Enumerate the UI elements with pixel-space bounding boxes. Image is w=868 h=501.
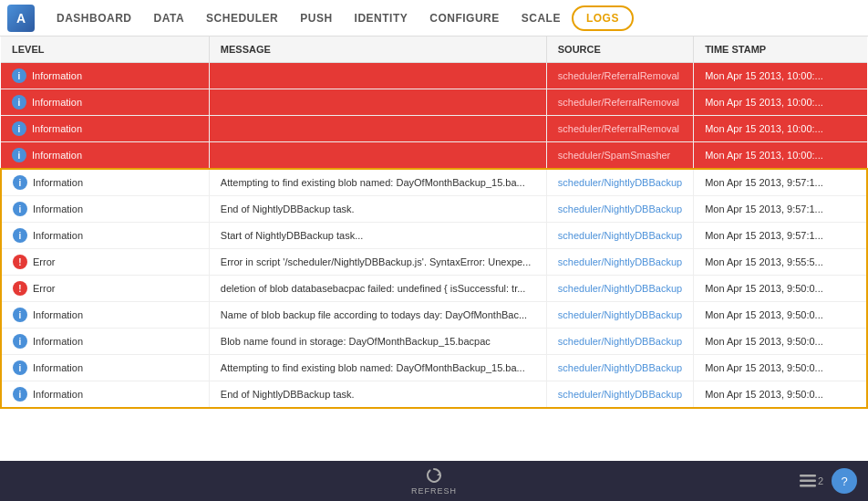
timestamp-cell: Mon Apr 15 2013, 9:55:5... [694,249,867,276]
app-logo[interactable]: A [7,5,35,32]
timestamp-cell: Mon Apr 15 2013, 9:50:0... [694,302,867,329]
header-level: LEVEL [1,37,209,63]
info-icon: i [12,68,26,83]
source-cell: scheduler/NightlyDBBackup [546,329,693,355]
timestamp-cell: Mon Apr 15 2013, 10:00:... [694,89,867,116]
level-cell: iInformation [1,142,209,170]
source-cell: scheduler/NightlyDBBackup [546,249,693,276]
message-cell: Name of blob backup file according to to… [209,302,546,329]
info-icon: i [12,148,26,162]
log-content: LEVEL MESSAGE SOURCE TIME STAMP iInforma… [0,37,868,461]
message-cell [209,116,546,142]
error-icon: ! [13,281,27,296]
nav-dashboard[interactable]: DASHBOARD [46,0,143,37]
top-navigation: A DASHBOARD DATA SCHEDULER PUSH IDENTITY… [0,0,868,37]
source-link[interactable]: scheduler/ReferralRemoval [558,123,679,134]
table-header-row: LEVEL MESSAGE SOURCE TIME STAMP [1,37,867,63]
list-icon [800,475,816,487]
nav-scheduler[interactable]: SCHEDULER [195,0,289,37]
nav-logs[interactable]: LOGS [572,5,634,31]
source-link[interactable]: scheduler/NightlyDBBackup [558,309,682,320]
source-link[interactable]: scheduler/NightlyDBBackup [558,336,682,347]
source-link[interactable]: scheduler/SpamSmasher [558,150,671,161]
info-icon: i [12,121,26,136]
table-row[interactable]: iInformationscheduler/ReferralRemovalMon… [1,116,867,142]
level-text: Information [33,362,83,373]
source-link[interactable]: scheduler/NightlyDBBackup [558,362,682,373]
source-cell: scheduler/ReferralRemoval [546,116,693,142]
table-row-group-end[interactable]: iInformationEnd of NightlyDBBackup task.… [1,381,867,409]
source-link[interactable]: scheduler/NightlyDBBackup [558,177,682,188]
table-row[interactable]: iInformationStart of NightlyDBBackup tas… [1,223,867,249]
info-icon: i [12,95,26,110]
source-link[interactable]: scheduler/ReferralRemoval [558,97,679,108]
level-text: Error [33,256,55,267]
message-cell: Attempting to find existing blob named: … [209,169,546,196]
level-cell: iInformation [1,355,209,381]
svg-rect-1 [800,475,816,477]
level-text: Information [33,177,83,188]
message-cell: Blob name found in storage: DayOfMonthBa… [209,329,546,355]
level-cell: iInformation [1,89,209,116]
message-cell [209,63,546,89]
level-text: Error [33,283,55,294]
info-icon: i [13,175,27,190]
source-link[interactable]: scheduler/ReferralRemoval [558,70,679,81]
level-cell: iInformation [1,223,209,249]
source-cell: scheduler/NightlyDBBackup [546,223,693,249]
source-link[interactable]: scheduler/NightlyDBBackup [558,283,682,294]
source-cell: scheduler/NightlyDBBackup [546,302,693,329]
nav-identity[interactable]: IDENTITY [344,0,419,37]
level-text: Information [33,389,83,400]
message-cell: End of NightlyDBBackup task. [209,196,546,223]
nav-configure[interactable]: CONFIGURE [418,0,511,37]
message-cell: End of NightlyDBBackup task. [209,381,546,409]
table-row[interactable]: iInformationEnd of NightlyDBBackup task.… [1,196,867,223]
refresh-button[interactable]: REFRESH [411,466,457,496]
level-cell: !Error [1,249,209,276]
table-row[interactable]: iInformationBlob name found in storage: … [1,329,867,355]
table-row[interactable]: iInformationscheduler/SpamSmasherMon Apr… [1,142,867,170]
source-link[interactable]: scheduler/NightlyDBBackup [558,230,682,241]
level-text: Information [32,123,82,134]
level-cell: iInformation [1,302,209,329]
nav-data[interactable]: DATA [143,0,196,37]
level-cell: iInformation [1,116,209,142]
level-text: Information [33,336,83,347]
timestamp-cell: Mon Apr 15 2013, 10:00:... [694,63,867,89]
level-cell: iInformation [1,196,209,223]
table-row[interactable]: iInformationName of blob backup file acc… [1,302,867,329]
table-row[interactable]: iInformationAttempting to find existing … [1,355,867,381]
level-text: Information [32,97,82,108]
table-row[interactable]: !ErrorError in script '/scheduler/Nightl… [1,249,867,276]
source-cell: scheduler/NightlyDBBackup [546,169,693,196]
info-icon: i [13,308,27,322]
table-row-group-start[interactable]: iInformationAttempting to find existing … [1,169,867,196]
message-cell [209,89,546,116]
timestamp-cell: Mon Apr 15 2013, 10:00:... [694,142,867,170]
help-button[interactable]: ? [832,468,857,494]
table-row[interactable]: iInformationscheduler/ReferralRemovalMon… [1,89,867,116]
table-row[interactable]: !Errordeletion of blob databasebacpac fa… [1,276,867,302]
list-count: 2 [818,475,823,486]
info-icon: i [13,360,27,375]
level-text: Information [32,150,82,161]
table-row[interactable]: iInformationscheduler/ReferralRemovalMon… [1,63,867,89]
timestamp-cell: Mon Apr 15 2013, 9:50:0... [694,355,867,381]
nav-push[interactable]: PUSH [289,0,343,37]
source-link[interactable]: scheduler/NightlyDBBackup [558,256,682,267]
help-label: ? [841,475,847,488]
header-timestamp: TIME STAMP [694,37,867,63]
source-cell: scheduler/SpamSmasher [546,142,693,170]
source-link[interactable]: scheduler/NightlyDBBackup [558,389,682,400]
source-link[interactable]: scheduler/NightlyDBBackup [558,204,682,214]
timestamp-cell: Mon Apr 15 2013, 9:50:0... [694,329,867,355]
nav-scale[interactable]: SCALE [511,0,572,37]
header-source: SOURCE [546,37,693,63]
bottom-toolbar: REFRESH 2 ? [0,461,868,501]
timestamp-cell: Mon Apr 15 2013, 9:57:1... [694,196,867,223]
timestamp-cell: Mon Apr 15 2013, 9:50:0... [694,381,867,409]
timestamp-cell: Mon Apr 15 2013, 10:00:... [694,116,867,142]
level-cell: iInformation [1,63,209,89]
list-icon-button[interactable]: 2 [799,468,824,494]
